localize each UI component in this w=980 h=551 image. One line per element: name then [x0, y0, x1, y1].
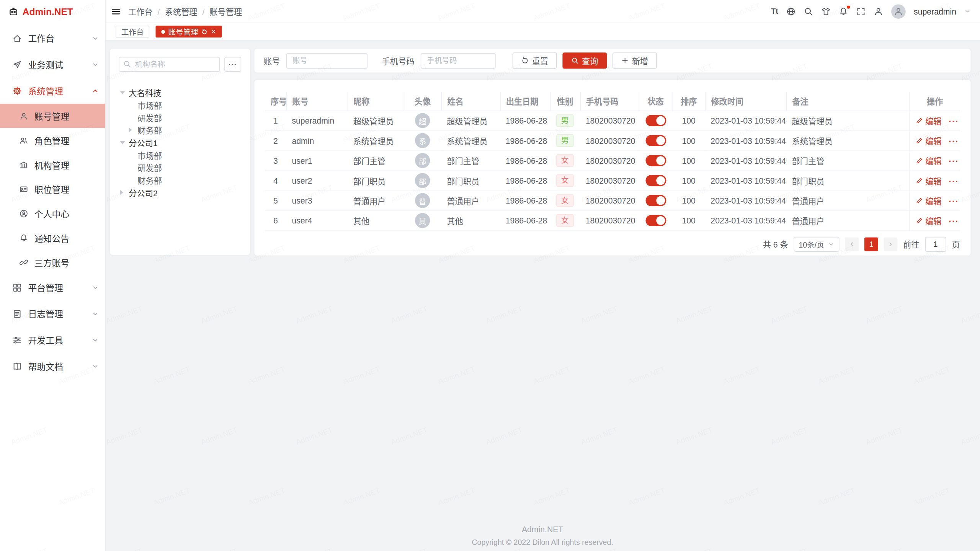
edit-button[interactable]: 编辑: [915, 155, 942, 166]
cell-phone: 18020030720: [580, 150, 639, 170]
menu-collapse-icon[interactable]: [111, 7, 121, 16]
search-button[interactable]: 查询: [562, 52, 607, 68]
tab-account-management[interactable]: 账号管理: [156, 26, 222, 37]
more-actions-icon[interactable]: [949, 217, 959, 226]
tree-node[interactable]: 财务部: [119, 124, 241, 136]
page-number-button[interactable]: 1: [864, 237, 878, 251]
goto-page-input[interactable]: [925, 236, 946, 251]
tree-node[interactable]: 分公司2: [119, 186, 241, 199]
sidebar-item-org-management[interactable]: 机构管理: [0, 152, 105, 177]
tree-node[interactable]: 市场部: [119, 99, 241, 111]
edit-button[interactable]: 编辑: [915, 195, 942, 207]
tab-workbench[interactable]: 工作台: [116, 26, 149, 37]
watermark-text: Admin.NET: [390, 304, 429, 326]
sidebar-item-system-management[interactable]: 系统管理: [0, 77, 105, 104]
edit-button[interactable]: 编辑: [915, 135, 942, 147]
edit-button[interactable]: 编辑: [915, 115, 942, 127]
avatar: 其: [415, 213, 430, 228]
status-toggle[interactable]: [645, 195, 666, 206]
sidebar-item-log-management[interactable]: 日志管理: [0, 300, 105, 327]
cell-account: user3: [286, 191, 348, 210]
reset-button[interactable]: 重置: [513, 52, 557, 68]
theme-icon[interactable]: [821, 7, 830, 16]
app-logo[interactable]: Admin.NET: [0, 0, 105, 23]
column-header-name: 姓名: [441, 92, 500, 111]
notification-badge: [847, 5, 850, 8]
username[interactable]: superadmin: [914, 7, 956, 16]
cell-sort: 100: [673, 210, 705, 230]
more-actions-icon[interactable]: [949, 177, 959, 186]
edit-button-label: 编辑: [925, 155, 941, 166]
link-icon: [20, 258, 28, 266]
search-icon[interactable]: [804, 7, 813, 16]
table-header-row: 序号 账号 昵称 头像 姓名 出生日期 性别 手机号码 状态 排序 修改时间 备…: [265, 92, 960, 111]
fullscreen-icon[interactable]: [856, 7, 866, 16]
status-toggle[interactable]: [645, 175, 666, 186]
tree-node[interactable]: 研发部: [119, 111, 241, 124]
sidebar-item-workbench[interactable]: 工作台: [0, 25, 105, 51]
status-toggle[interactable]: [645, 155, 666, 166]
status-toggle[interactable]: [645, 115, 666, 126]
sidebar-item-third-party-account[interactable]: 三方账号: [0, 250, 105, 274]
more-actions-icon[interactable]: [949, 197, 959, 206]
sidebar-item-role-management[interactable]: 角色管理: [0, 128, 105, 153]
account-input[interactable]: [286, 53, 368, 68]
phone-input[interactable]: [421, 53, 496, 68]
cell-name: 其他: [441, 210, 500, 230]
sidebar-item-dev-tools[interactable]: 开发工具: [0, 327, 105, 353]
sidebar-item-help-docs[interactable]: 帮助文档: [0, 353, 105, 379]
cell-modify-time: 2023-01-03 10:59:44: [705, 111, 786, 130]
watermark-text: Admin.NET: [295, 304, 334, 326]
cell-seq: 3: [265, 150, 286, 170]
status-toggle[interactable]: [645, 215, 666, 226]
avatar: 系: [415, 133, 430, 148]
watermark-text: Admin.NET: [247, 486, 286, 507]
sidebar-item-account-management[interactable]: 账号管理: [0, 104, 105, 128]
breadcrumb-item[interactable]: 工作台: [128, 5, 165, 17]
sidebar-item-position-management[interactable]: 职位管理: [0, 177, 105, 201]
edit-button[interactable]: 编辑: [915, 174, 942, 186]
page-size-select[interactable]: 10条/页: [794, 236, 839, 251]
refresh-icon[interactable]: [201, 28, 207, 34]
tree-node[interactable]: 大名科技: [119, 86, 241, 99]
next-page-button[interactable]: [884, 237, 898, 251]
search-icon: [123, 60, 131, 68]
sidebar-item-personal-center[interactable]: 个人中心: [0, 201, 105, 226]
tree-node[interactable]: 研发部: [119, 161, 241, 174]
cell-phone: 18020030720: [580, 210, 639, 230]
globe-icon[interactable]: [786, 7, 795, 16]
org-name-search-input[interactable]: [119, 57, 220, 72]
notification-bell-icon[interactable]: [839, 7, 848, 16]
column-header-gender: 性别: [550, 92, 580, 111]
edit-button[interactable]: 编辑: [915, 215, 942, 227]
caret-down-icon: [120, 141, 129, 144]
font-size-icon[interactable]: Tt: [771, 7, 778, 16]
tree-node[interactable]: 市场部: [119, 149, 241, 161]
cell-status: [639, 191, 673, 210]
tree-node[interactable]: 财务部: [119, 174, 241, 186]
avatar: 部: [415, 173, 430, 188]
close-icon[interactable]: [211, 29, 216, 34]
gender-badge: 女: [556, 154, 574, 167]
sidebar-item-platform-management[interactable]: 平台管理: [0, 274, 105, 301]
sidebar-item-notice[interactable]: 通知公告: [0, 225, 105, 250]
column-header-account: 账号: [286, 92, 348, 111]
more-actions-icon[interactable]: [949, 137, 959, 146]
tree-node[interactable]: 分公司1: [119, 136, 241, 149]
prev-page-button[interactable]: [845, 237, 859, 251]
user-icon[interactable]: [874, 7, 883, 16]
org-more-actions-button[interactable]: [224, 57, 241, 72]
user-avatar[interactable]: [891, 4, 906, 19]
page-footer: Admin.NET Copyright © 2022 Dilon All rig…: [105, 525, 980, 546]
status-toggle[interactable]: [645, 135, 666, 146]
more-actions-icon[interactable]: [949, 117, 959, 126]
cell-sort: 100: [673, 111, 705, 130]
add-button[interactable]: 新增: [612, 52, 657, 68]
org-tree-panel: 大名科技 市场部 研发部 财务部 分公司1 市场部 研发部 财务部 分公司2: [110, 49, 250, 255]
breadcrumb-item[interactable]: 系统管理: [165, 5, 209, 17]
more-actions-icon[interactable]: [949, 157, 959, 166]
chevron-down-icon: [92, 284, 99, 291]
column-header-sort: 排序: [673, 92, 705, 111]
sidebar-item-business-test[interactable]: 业务测试: [0, 51, 105, 78]
cell-account: admin: [286, 130, 348, 150]
